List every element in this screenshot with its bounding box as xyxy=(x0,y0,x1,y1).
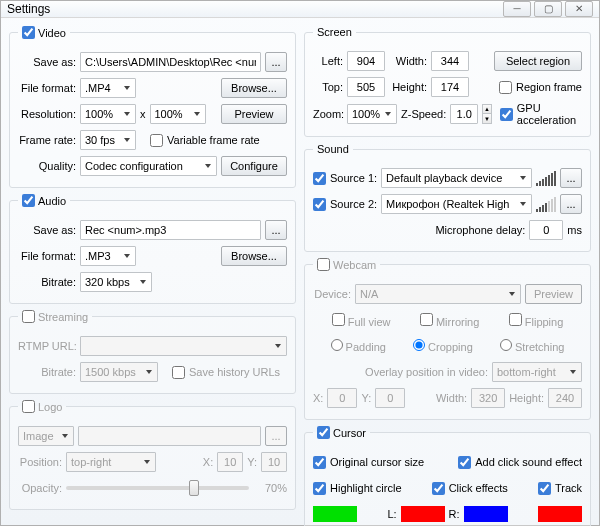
streaming-enable-checkbox[interactable] xyxy=(22,310,35,323)
audio-format-label: File format: xyxy=(18,250,76,262)
sound-source2-options-button[interactable]: ... xyxy=(560,194,582,214)
sound-source2-checkbox[interactable] xyxy=(313,198,326,211)
audio-bitrate-select[interactable]: 320 kbps xyxy=(80,272,152,292)
video-res-x-label: x xyxy=(140,108,146,120)
cursor-r-color[interactable] xyxy=(464,506,508,522)
video-preview-button[interactable]: Preview xyxy=(221,104,287,124)
webcam-flipping-checkbox[interactable] xyxy=(509,313,522,326)
webcam-device-select[interactable]: N/A xyxy=(355,284,521,304)
webcam-padding-radio[interactable] xyxy=(331,339,343,351)
video-save-as-browse-button[interactable]: ... xyxy=(265,52,287,72)
cursor-clicksound-label: Add click sound effect xyxy=(475,456,582,468)
screen-top-input[interactable] xyxy=(347,77,385,97)
sound-mic-delay-label: Microphone delay: xyxy=(435,224,525,236)
logo-y-label: Y: xyxy=(247,456,257,468)
video-enable-checkbox[interactable] xyxy=(22,26,35,39)
screen-legend: Screen xyxy=(317,26,352,38)
cursor-clickeffects-checkbox[interactable] xyxy=(432,482,445,495)
video-configure-button[interactable]: Configure xyxy=(221,156,287,176)
video-save-as-input[interactable] xyxy=(80,52,261,72)
sound-source1-select[interactable]: Default playback device xyxy=(381,168,532,188)
video-res-height-select[interactable]: 100% xyxy=(150,104,206,124)
cursor-l-color[interactable] xyxy=(401,506,445,522)
minimize-button[interactable]: ─ xyxy=(503,1,531,17)
left-column: Video Save as: ... File format: .MP4 Bro… xyxy=(9,26,296,526)
audio-save-as-input[interactable] xyxy=(80,220,261,240)
cursor-clicksound-checkbox[interactable] xyxy=(458,456,471,469)
screen-width-input[interactable] xyxy=(431,51,469,71)
cursor-highlight-checkbox[interactable] xyxy=(313,482,326,495)
logo-browse-button[interactable]: ... xyxy=(265,426,287,446)
streaming-history-checkbox[interactable] xyxy=(172,366,185,379)
webcam-cropping-radio[interactable] xyxy=(413,339,425,351)
cursor-original-checkbox[interactable] xyxy=(313,456,326,469)
cursor-highlight-color[interactable] xyxy=(313,506,357,522)
close-button[interactable]: ✕ xyxy=(565,1,593,17)
webcam-overlay-label: Overlay position in video: xyxy=(365,366,488,378)
webcam-fullview-checkbox[interactable] xyxy=(332,313,345,326)
logo-legend: Logo xyxy=(38,401,62,413)
webcam-fullview-label: Full view xyxy=(348,316,391,328)
logo-x-input[interactable] xyxy=(217,452,243,472)
video-browse-button[interactable]: Browse... xyxy=(221,78,287,98)
audio-save-as-browse-button[interactable]: ... xyxy=(265,220,287,240)
audio-enable-checkbox[interactable] xyxy=(22,194,35,207)
sound-mic-delay-input[interactable] xyxy=(529,220,563,240)
webcam-overlay-select[interactable]: bottom-right xyxy=(492,362,582,382)
window-title: Settings xyxy=(7,2,500,16)
sound-source1-options-button[interactable]: ... xyxy=(560,168,582,188)
screen-zspeed-input[interactable] xyxy=(450,104,478,124)
volume-icon[interactable] xyxy=(536,196,556,212)
logo-position-select[interactable]: top-right xyxy=(66,452,156,472)
screen-height-label: Height: xyxy=(389,81,427,93)
streaming-bitrate-select[interactable]: 1500 kbps xyxy=(80,362,158,382)
webcam-cropping-label: Cropping xyxy=(428,341,473,353)
webcam-legend: Webcam xyxy=(333,259,376,271)
cursor-enable-checkbox[interactable] xyxy=(317,426,330,439)
logo-type-select[interactable]: Image xyxy=(18,426,74,446)
screen-gpu-checkbox[interactable] xyxy=(500,108,513,121)
webcam-enable-checkbox[interactable] xyxy=(317,258,330,271)
video-quality-select[interactable]: Codec configuration xyxy=(80,156,217,176)
sound-source2-label: Source 2: xyxy=(330,198,377,210)
sound-source2-select[interactable]: Микрофон (Realtek High xyxy=(381,194,532,214)
sound-source1-checkbox[interactable] xyxy=(313,172,326,185)
cursor-clickeffects-label: Click effects xyxy=(449,482,508,494)
webcam-height-input[interactable] xyxy=(548,388,582,408)
cursor-track-checkbox[interactable] xyxy=(538,482,551,495)
audio-bitrate-label: Bitrate: xyxy=(18,276,76,288)
screen-zoom-select[interactable]: 100% xyxy=(347,104,397,124)
video-framerate-select[interactable]: 30 fps xyxy=(80,130,136,150)
video-vfr-label: Variable frame rate xyxy=(167,134,260,146)
webcam-x-input[interactable] xyxy=(327,388,357,408)
cursor-track-color[interactable] xyxy=(538,506,582,522)
logo-opacity-label: Opacity: xyxy=(18,482,62,494)
webcam-y-input[interactable] xyxy=(375,388,405,408)
logo-enable-checkbox[interactable] xyxy=(22,400,35,413)
logo-opacity-slider[interactable] xyxy=(66,486,249,490)
webcam-width-input[interactable] xyxy=(471,388,505,408)
logo-y-input[interactable] xyxy=(261,452,287,472)
cursor-legend: Cursor xyxy=(333,427,366,439)
streaming-rtmp-select[interactable] xyxy=(80,336,287,356)
webcam-stretching-radio[interactable] xyxy=(500,339,512,351)
volume-icon[interactable] xyxy=(536,170,556,186)
screen-left-input[interactable] xyxy=(347,51,385,71)
screen-region-frame-checkbox[interactable] xyxy=(499,81,512,94)
video-res-width-select[interactable]: 100% xyxy=(80,104,136,124)
webcam-preview-button[interactable]: Preview xyxy=(525,284,582,304)
screen-select-region-button[interactable]: Select region xyxy=(494,51,582,71)
audio-browse-button[interactable]: Browse... xyxy=(221,246,287,266)
screen-height-input[interactable] xyxy=(431,77,469,97)
maximize-button[interactable]: ▢ xyxy=(534,1,562,17)
screen-zspeed-stepper[interactable]: ▲▼ xyxy=(482,104,492,124)
webcam-stretching-label: Stretching xyxy=(515,341,565,353)
audio-format-select[interactable]: .MP3 xyxy=(80,246,136,266)
video-vfr-checkbox[interactable] xyxy=(150,134,163,147)
streaming-legend: Streaming xyxy=(38,311,88,323)
webcam-mirroring-checkbox[interactable] xyxy=(420,313,433,326)
webcam-group: Webcam Device: N/A Preview Full view Mir… xyxy=(304,258,591,420)
logo-path-input[interactable] xyxy=(78,426,261,446)
video-format-select[interactable]: .MP4 xyxy=(80,78,136,98)
cursor-highlight-label: Highlight circle xyxy=(330,482,402,494)
